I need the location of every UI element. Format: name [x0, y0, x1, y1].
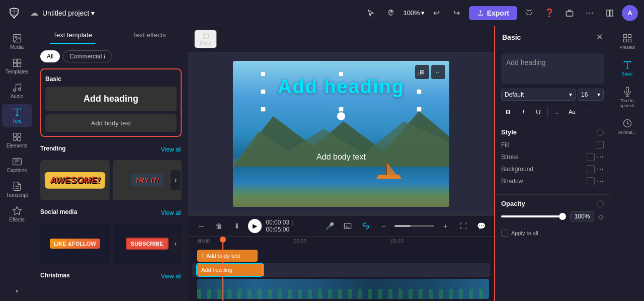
sidebar-item-text[interactable]: Text: [2, 104, 32, 127]
split-clip-btn[interactable]: ⊢: [194, 219, 208, 233]
align-btn[interactable]: ≡: [550, 105, 564, 119]
ratio-button[interactable]: Ratio: [194, 30, 217, 48]
mic-btn[interactable]: 🎤: [323, 219, 337, 233]
undo-btn[interactable]: ↩: [429, 5, 445, 21]
filter-all-btn[interactable]: All: [40, 50, 60, 62]
layout-toggle-btn[interactable]: [602, 5, 618, 21]
text-to-speech-btn[interactable]: Text to speech: [612, 84, 642, 111]
stroke-more-btn[interactable]: ⋯: [597, 153, 604, 161]
select-tool-btn[interactable]: [363, 5, 379, 21]
more-sidebar-btn[interactable]: ▾: [2, 285, 32, 297]
background-checkbox[interactable]: [587, 165, 595, 173]
shield-icon[interactable]: 🛡: [521, 5, 537, 21]
scroll-right-btn[interactable]: ›: [171, 170, 181, 190]
plus-btn[interactable]: +: [438, 219, 452, 233]
opacity-label: Opacity: [501, 200, 604, 207]
canvas-body[interactable]: Add body text: [233, 153, 449, 162]
sidebar-item-audio[interactable]: Audio: [2, 80, 32, 102]
sidebar-item-transcript[interactable]: Transcript: [2, 178, 32, 201]
redo-btn[interactable]: ↪: [449, 5, 465, 21]
presets-btn[interactable]: Presets: [612, 30, 642, 53]
add-body-btn[interactable]: Add body text: [45, 114, 177, 132]
underline-btn[interactable]: U: [531, 105, 545, 119]
sidebar-expand-icon[interactable]: ▾: [2, 285, 32, 297]
sidebar-item-effects[interactable]: Effects: [2, 203, 32, 225]
tab-text-template[interactable]: Text template: [34, 26, 111, 44]
trending-view-all[interactable]: View all: [161, 146, 182, 153]
project-name[interactable]: Untitled project ▾: [42, 9, 95, 17]
clip-body-text[interactable]: T Add body text: [197, 250, 258, 262]
sidebar-item-media[interactable]: Media: [2, 30, 32, 53]
spacing-btn[interactable]: ≣: [580, 105, 594, 119]
keyframe-btn[interactable]: ◇: [598, 212, 604, 220]
animate-btn[interactable]: Animat...: [612, 115, 642, 138]
canvas-wrapper[interactable]: ↻ Add heading Add body text ⊞ ···: [188, 52, 494, 215]
opacity-thumb[interactable]: [559, 213, 566, 220]
stroke-checkbox[interactable]: [587, 153, 595, 161]
layers-icon[interactable]: [561, 5, 578, 21]
social-scroll-right-btn[interactable]: ›: [171, 234, 181, 254]
download-btn[interactable]: ⬇: [230, 219, 244, 233]
apply-all-checkbox[interactable]: [501, 230, 508, 237]
comment-btn[interactable]: 💬: [474, 219, 488, 233]
timeline-body: 00:00 00:05 00:10 T Add body text Add he…: [188, 237, 494, 301]
canvas-more-btn[interactable]: ···: [431, 65, 445, 79]
playhead[interactable]: [222, 237, 223, 301]
social-view-all[interactable]: View all: [161, 209, 182, 216]
basic-right-btn[interactable]: Basic: [612, 57, 642, 80]
basic-section: Basic Add heading Add body text: [40, 68, 182, 137]
sidebar-item-templates[interactable]: Templates: [2, 55, 32, 78]
right-panel-header: Basic ✕: [495, 26, 610, 48]
shadow-more-btn[interactable]: ⋯: [597, 177, 604, 185]
rotate-handle[interactable]: ↻: [337, 112, 345, 120]
track-heading: Add heading: [192, 263, 490, 277]
more-options-btn[interactable]: ⋯: [582, 5, 598, 21]
handle-bottom-mid[interactable]: [339, 107, 344, 112]
caption-timeline-btn[interactable]: [341, 219, 355, 233]
zoom-control[interactable]: 100% ▾: [403, 9, 424, 17]
opacity-value[interactable]: 100%: [570, 211, 594, 221]
christmas-view-all[interactable]: View all: [161, 273, 182, 280]
clip-resize-handle[interactable]: [262, 264, 264, 276]
template-like-follow[interactable]: LIKE &FOLLOW: [40, 223, 110, 264]
add-heading-btn[interactable]: Add heading: [45, 87, 177, 111]
format-separator: [547, 107, 548, 117]
timeline-zoom-fill: [394, 225, 411, 227]
font-size-select[interactable]: 16 ▾: [578, 89, 604, 101]
canvas-duplicate-btn[interactable]: ⊞: [415, 65, 429, 79]
timeline: ⊢ 🗑 ⬇ ▶ 00:00:03 | 00:05:00 🎤 −: [188, 215, 494, 301]
shadow-checkbox[interactable]: [587, 177, 595, 185]
minus-btn[interactable]: −: [377, 219, 391, 233]
filter-commercial-btn[interactable]: Commercial ℹ: [63, 50, 112, 62]
background-more-btn[interactable]: ⋯: [597, 165, 604, 173]
text-input-field[interactable]: Add heading: [501, 53, 604, 84]
template-awesome[interactable]: AWESOME!: [40, 160, 110, 200]
svg-point-4: [15, 36, 16, 38]
opacity-slider[interactable]: [501, 215, 566, 217]
opacity-toggle[interactable]: [597, 200, 604, 207]
delete-clip-btn[interactable]: 🗑: [212, 219, 226, 233]
italic-btn[interactable]: I: [516, 105, 530, 119]
close-right-panel-btn[interactable]: ✕: [596, 32, 603, 42]
avatar[interactable]: A: [622, 5, 638, 21]
export-button[interactable]: Export: [469, 6, 517, 20]
play-button[interactable]: ▶: [248, 219, 262, 233]
handle-bottom-right[interactable]: [417, 107, 422, 112]
clip-heading[interactable]: Add heading: [197, 264, 263, 276]
canvas-overlay-toolbar: ⊞ ···: [415, 65, 445, 79]
help-icon[interactable]: ❓: [541, 5, 557, 21]
font-family-select[interactable]: Default ▾: [501, 89, 576, 101]
sidebar-item-captions[interactable]: Captions: [2, 154, 32, 176]
sidebar-item-elements[interactable]: Elements: [2, 129, 32, 152]
bold-btn[interactable]: B: [501, 105, 515, 119]
timeline-zoom-slider[interactable]: [394, 225, 434, 227]
sync-btn[interactable]: [359, 219, 373, 233]
canvas-heading[interactable]: Add heading: [233, 76, 449, 98]
fullscreen-btn[interactable]: ⛶: [456, 219, 470, 233]
tab-text-effects[interactable]: Text effects: [111, 26, 188, 44]
case-btn[interactable]: Aa: [565, 105, 579, 119]
fill-checkbox[interactable]: [596, 141, 604, 149]
style-toggle[interactable]: [597, 129, 604, 136]
handle-bottom-left[interactable]: [261, 107, 266, 112]
hand-tool-btn[interactable]: [383, 5, 399, 21]
